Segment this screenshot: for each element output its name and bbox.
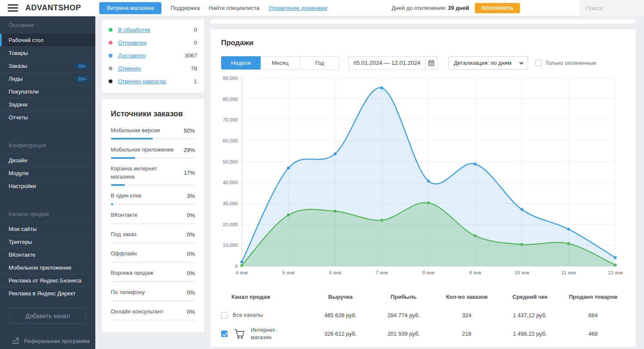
status-link[interactable]: Доставлен (118, 52, 146, 59)
sidebar-item-reports[interactable]: Отчеты (0, 111, 95, 124)
referral-program-link[interactable]: Реферальная программа (12, 337, 90, 345)
storefront-button[interactable]: Витрина магазина (99, 2, 162, 14)
count-badge: 99+ (75, 76, 90, 82)
sidebar-item-vkontakte[interactable]: ВКонтакте (0, 248, 95, 261)
sidebar-item-label: Настройки (9, 183, 36, 189)
add-channel-button[interactable]: Добавить канал (9, 308, 86, 324)
status-link[interactable]: Отменён (118, 65, 141, 72)
scrolled-card-edge (210, 19, 635, 24)
detalization-select[interactable]: Детализация: по дням (449, 56, 528, 70)
sidebar-item-label: Реклама в Яндекс Директ (9, 290, 76, 297)
status-link[interactable]: Отправлен (118, 39, 146, 46)
days-left-label: Дней до отключения: 39 дней (392, 5, 469, 11)
find-specialist-link[interactable]: Найти специалиста (209, 5, 259, 11)
sidebar-item-mobile-app[interactable]: Мобильное приложение (0, 261, 95, 274)
source-percent: 0% (187, 251, 195, 257)
sidebar-item-yandex-direct-ads[interactable]: Реклама в Яндекс Директ (0, 287, 95, 300)
domains-link[interactable]: Управление доменами (268, 5, 327, 11)
table-cell: 216 (562, 345, 625, 349)
sidebar-item-customers[interactable]: Покупатели (0, 85, 95, 98)
sidebar-section-header: Каналы продаж (0, 205, 95, 222)
days-left-text: Дней до отключения: (392, 5, 446, 11)
svg-text:50,000: 50,000 (223, 159, 238, 164)
table-cell: 218 (435, 323, 498, 345)
sidebar-item-label: Мои сайты (9, 226, 36, 232)
calendar-icon (428, 60, 434, 66)
sidebar-item-my-sites[interactable]: Мои сайты (0, 222, 95, 235)
table-cell: 284 774 руб. (372, 308, 435, 323)
source-label: Оффлайн (111, 250, 137, 258)
row-checkbox[interactable] (221, 331, 228, 337)
table-cell: 468 (562, 323, 625, 345)
sales-title: Продажи (221, 39, 625, 47)
tab-year[interactable]: Год (300, 56, 340, 70)
sidebar-item-leads[interactable]: Лиды99+ (0, 72, 95, 85)
sidebar-item-label: Реклама от Яндекс Бизнеса (9, 277, 82, 284)
status-count: 3067 (185, 52, 197, 59)
tab-month[interactable]: Месяц (261, 56, 300, 70)
source-percent: 0% (187, 289, 195, 296)
paid-only-checkbox[interactable] (535, 60, 542, 66)
sidebar-item-label: Покупатели (9, 88, 39, 95)
table-cell: 1 498,22 руб. (498, 323, 562, 345)
sidebar-item-tasks[interactable]: Задачи (0, 98, 95, 111)
sales-card: Продажи НеделяМесяцГод 05.01.2024 — 12.0… (210, 29, 635, 347)
table-header-cell: Канал продаж (221, 289, 309, 308)
search-input[interactable] (579, 0, 644, 16)
source-label: Воронка продаж (111, 269, 153, 277)
referral-program-label: Реферальная программа (24, 338, 90, 344)
order-sources-title: Источники заказов (111, 109, 197, 118)
sidebar-item-label: ВКонтакте (9, 252, 36, 258)
area-chart-svg: 010,00020,00030,00040,00050,00060,00070,… (221, 72, 625, 281)
sidebar-item-modules[interactable]: Модули (0, 167, 95, 179)
status-count: 1 (194, 78, 197, 85)
sidebar-item-label: Лиды (9, 76, 23, 82)
sidebar-item-triggers[interactable]: Триггеры (0, 235, 95, 248)
status-row-processing: В обработке0 (109, 23, 197, 36)
table-row-all-channels: Все каналы465 626 руб.284 774 руб.3241 4… (221, 308, 625, 323)
topup-button[interactable]: ПОПОЛНИТЬ (475, 3, 520, 13)
status-link[interactable]: В обработке (118, 27, 150, 33)
table-cell: 326 612 руб. (309, 323, 372, 345)
table-header-cell: Выручка (309, 289, 372, 308)
table-header-cell: Средний чек (498, 289, 562, 308)
channel-name: Все каналы (233, 312, 263, 319)
source-label: Корзина интернет магазина (111, 165, 175, 181)
source-percent: 29% (184, 147, 195, 153)
svg-text:90,000: 90,000 (223, 76, 238, 81)
row-checkbox[interactable] (221, 312, 228, 319)
sidebar-item-yandex-business-ads[interactable]: Реклама от Яндекс Бизнеса (0, 274, 95, 287)
status-link[interactable]: Отменен навсегда (118, 78, 166, 85)
sidebar-item-design[interactable]: Дизайн (0, 154, 95, 167)
table-cell: 324 (435, 308, 498, 323)
paid-only-control[interactable]: Только оплаченные (535, 60, 596, 66)
sidebar-item-orders[interactable]: Заказы99+ (0, 59, 95, 72)
sidebar-item-products[interactable]: Товары (0, 46, 95, 59)
sidebar: ОсновноеРабочий столТоварыЗаказы99+Лиды9… (0, 16, 95, 349)
source-row-mobile-version: Мобильная версия50% (109, 120, 197, 140)
table-cell: 201 939 руб. (372, 323, 435, 345)
sidebar-section-header: Конфигурация (0, 137, 95, 154)
sidebar-item-dashboard[interactable]: Рабочий стол (0, 33, 95, 46)
calendar-button[interactable] (425, 56, 437, 70)
sidebar-item-settings[interactable]: Настройки (0, 179, 95, 192)
svg-text:0: 0 (235, 264, 238, 269)
svg-text:8 янв: 8 янв (422, 270, 434, 275)
source-label: Мобильное приложение (111, 146, 173, 154)
svg-text:20,000: 20,000 (223, 222, 238, 227)
date-range-control: 05.01.2024 — 12.01.2024 (348, 56, 437, 70)
source-label: По телефону (111, 288, 145, 297)
tab-week[interactable]: Неделя (221, 56, 261, 70)
sidebar-item-label: Товары (9, 50, 28, 56)
support-link[interactable]: Поддержка (170, 5, 200, 11)
svg-text:10,000: 10,000 (223, 243, 238, 248)
status-count: 0 (194, 27, 197, 33)
status-row-cancelled-forever: Отменен навсегда1 (109, 75, 197, 88)
sidebar-item-label: Рабочий стол (9, 37, 44, 43)
table-header-cell: Кол-во заказов (435, 289, 498, 308)
order-status-card: В обработке0Отправлен0Доставлен3067Отмен… (102, 19, 204, 93)
share-icon (12, 337, 20, 345)
hamburger-menu-icon[interactable] (8, 3, 18, 13)
date-range-input[interactable]: 05.01.2024 — 12.01.2024 (348, 56, 425, 70)
source-percent: 0% (187, 212, 195, 219)
